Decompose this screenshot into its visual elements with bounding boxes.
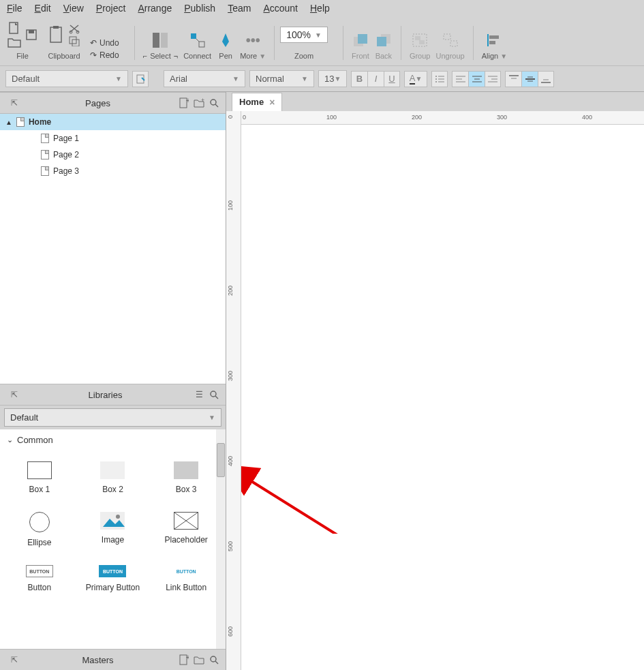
widget-box2[interactable]: Box 2: [76, 456, 150, 500]
page-item[interactable]: Page 3: [0, 163, 226, 179]
expand-icon[interactable]: ▲: [5, 119, 12, 126]
svg-rect-9: [153, 33, 159, 48]
search-icon[interactable]: [208, 97, 220, 109]
paste-icon[interactable]: [48, 25, 65, 45]
svg-point-58: [116, 515, 120, 519]
separator: [401, 26, 401, 60]
align-button[interactable]: Align ▼: [479, 31, 510, 60]
bold-button[interactable]: B: [351, 71, 367, 87]
group-button[interactable]: Group: [407, 31, 433, 60]
widget-box3[interactable]: Box 3: [149, 456, 223, 500]
text-style-group: B I U: [351, 71, 400, 87]
menu-edit[interactable]: Edit: [35, 3, 51, 14]
popout-icon[interactable]: ⇱: [8, 389, 20, 401]
cut-icon[interactable]: [68, 23, 80, 34]
zoom-input[interactable]: 100%▼: [280, 27, 328, 43]
connect-tool[interactable]: Connect: [181, 31, 214, 60]
add-master-folder-icon[interactable]: [193, 654, 205, 666]
masters-title: Masters: [20, 655, 175, 665]
menu-file[interactable]: File: [7, 3, 22, 14]
ungroup-button[interactable]: Ungroup: [433, 31, 467, 60]
search-icon[interactable]: [208, 389, 220, 401]
svg-text:+: +: [201, 98, 204, 104]
widget-ellipse[interactable]: Ellipse: [3, 506, 76, 553]
close-tab-icon[interactable]: ×: [269, 97, 275, 108]
menu-publish[interactable]: Publish: [184, 3, 215, 14]
widget-image[interactable]: Image: [76, 506, 150, 553]
font-dropdown[interactable]: Arial▼: [164, 70, 245, 87]
svg-point-63: [211, 656, 216, 662]
select-tool[interactable]: ⌐Select¬: [140, 31, 181, 60]
page-icon: [41, 150, 49, 159]
svg-point-31: [435, 81, 437, 82]
italic-button[interactable]: I: [367, 71, 384, 87]
redo-button[interactable]: ↷Redo: [90, 50, 119, 60]
popout-icon[interactable]: ⇱: [8, 654, 20, 666]
menu-view[interactable]: View: [63, 3, 84, 14]
copy-icon[interactable]: [68, 35, 80, 46]
widget-box1[interactable]: Box 1: [3, 456, 76, 500]
widget-placeholder[interactable]: Placeholder: [149, 506, 223, 553]
align-center-button[interactable]: [468, 71, 485, 87]
size-dropdown[interactable]: 13▼: [318, 70, 347, 87]
more-tool[interactable]: ••• More ▼: [237, 31, 269, 60]
valign-middle-button[interactable]: [521, 71, 538, 87]
add-page-icon[interactable]: +: [178, 97, 190, 109]
menu-help[interactable]: Help: [310, 3, 330, 14]
align-left-button[interactable]: [452, 71, 468, 87]
separator: [274, 26, 275, 60]
back-button[interactable]: Back: [372, 31, 395, 60]
libraries-title: Libraries: [20, 390, 190, 400]
design-canvas[interactable]: [241, 125, 644, 670]
text-color-button[interactable]: A ▼: [404, 71, 427, 87]
svg-text:+: +: [186, 97, 189, 104]
undo-button[interactable]: ↶Undo: [90, 38, 119, 48]
menu-account[interactable]: Account: [263, 3, 298, 14]
library-section-toggle[interactable]: ⌄ Common: [0, 429, 226, 451]
svg-point-54: [211, 391, 216, 397]
svg-point-27: [435, 76, 437, 77]
page-item[interactable]: Page 2: [0, 147, 226, 163]
svg-rect-2: [29, 30, 34, 33]
bullets-button[interactable]: [431, 71, 448, 87]
library-selector[interactable]: Default▼: [4, 408, 221, 427]
search-icon[interactable]: [208, 654, 220, 666]
menu-project[interactable]: Project: [96, 3, 126, 14]
widget-link-button[interactable]: BUTTONLink Button: [149, 560, 223, 598]
page-item-home[interactable]: ▲ Home: [0, 114, 226, 130]
svg-rect-25: [489, 41, 495, 44]
save-icon[interactable]: [25, 28, 38, 42]
menu-arrange[interactable]: Arrange: [138, 3, 172, 14]
underline-button[interactable]: U: [384, 71, 400, 87]
menu-icon[interactable]: ☰: [193, 389, 205, 401]
weight-dropdown[interactable]: Normal▼: [249, 70, 314, 87]
popout-icon[interactable]: ⇱: [8, 97, 20, 109]
zoom-group: 100%▼ Zoom: [280, 20, 328, 60]
valign-group: [505, 71, 554, 87]
pen-tool[interactable]: Pen: [214, 31, 237, 60]
separator: [343, 26, 343, 60]
chevron-down-icon: ▼: [259, 52, 266, 60]
canvas-tab[interactable]: Home ×: [232, 93, 282, 111]
svg-rect-8: [72, 40, 79, 46]
svg-point-29: [435, 78, 437, 80]
redo-arrow-icon: ↷: [90, 50, 97, 60]
widget-button[interactable]: BUTTONButton: [3, 560, 76, 598]
clipboard-label: Clipboard: [48, 52, 80, 60]
front-button[interactable]: Front: [349, 31, 372, 60]
library-scrollbar[interactable]: [216, 429, 226, 649]
style-dropdown[interactable]: Default▼: [5, 70, 128, 87]
open-file-icon[interactable]: [7, 36, 22, 48]
valign-top-button[interactable]: [505, 71, 521, 87]
widget-primary-button[interactable]: BUTTONPrimary Button: [76, 560, 150, 598]
valign-bottom-button[interactable]: [538, 71, 554, 87]
paste-style-icon[interactable]: [132, 71, 149, 87]
add-master-icon[interactable]: +: [178, 654, 190, 666]
svg-rect-7: [70, 37, 76, 44]
align-right-button[interactable]: [485, 71, 501, 87]
new-file-icon[interactable]: [7, 21, 22, 35]
menu-team[interactable]: Team: [228, 3, 251, 14]
svg-rect-56: [100, 512, 125, 530]
add-folder-icon[interactable]: +: [193, 97, 205, 109]
page-item[interactable]: Page 1: [0, 130, 226, 147]
